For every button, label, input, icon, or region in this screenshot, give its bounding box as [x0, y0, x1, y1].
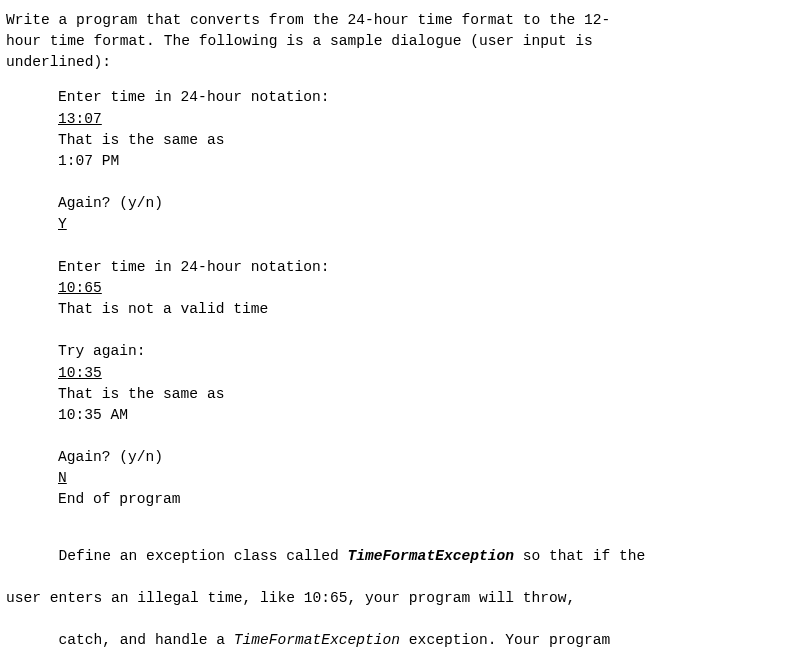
dialogue-user-input: Y [58, 214, 804, 235]
dialogue-blank-line [58, 172, 804, 193]
dialogue-line: Try again: [58, 341, 804, 362]
dialogue-blank-line [58, 426, 804, 447]
document-page: Write a program that converts from the 2… [0, 0, 810, 654]
dialogue-user-input: 10:35 [58, 363, 804, 384]
dialogue-blank-line [58, 320, 804, 341]
dialogue-blank-line [58, 236, 804, 257]
dialogue-line: That is not a valid time [58, 299, 804, 320]
exception-class-name-italic: TimeFormatException [234, 632, 400, 648]
dialogue-line: Again? (y/n) [58, 447, 804, 468]
outro-line-1: Define an exception class called TimeFor… [6, 525, 804, 588]
dialogue-line: That is the same as [58, 384, 804, 405]
dialogue-user-input: 13:07 [58, 109, 804, 130]
outro-paragraph: Define an exception class called TimeFor… [6, 525, 804, 654]
dialogue-line: Enter time in 24-hour notation: [58, 257, 804, 278]
dialogue-line: 1:07 PM [58, 151, 804, 172]
dialogue-line: Again? (y/n) [58, 193, 804, 214]
underlined-input: 10:35 [58, 365, 102, 381]
exception-class-name: TimeFormatException [348, 548, 514, 564]
dialogue-line: End of program [58, 489, 804, 510]
dialogue-line: 10:35 AM [58, 405, 804, 426]
dialogue-user-input: N [58, 468, 804, 489]
outro-line-2: user enters an illegal time, like 10:65,… [6, 588, 804, 609]
dialogue-line: Enter time in 24-hour notation: [58, 87, 804, 108]
outro-text: exception. Your program [400, 632, 610, 648]
intro-paragraph: Write a program that converts from the 2… [6, 10, 804, 73]
underlined-input: 10:65 [58, 280, 102, 296]
outro-text: Define an exception class called [59, 548, 348, 564]
underlined-input: N [58, 470, 67, 486]
outro-line-3: catch, and handle a TimeFormatException … [6, 609, 804, 654]
intro-line-1: Write a program that converts from the 2… [6, 10, 804, 31]
sample-dialogue-block: Enter time in 24-hour notation:13:07That… [58, 87, 804, 510]
dialogue-line: That is the same as [58, 130, 804, 151]
outro-text: so that if the [514, 548, 645, 564]
underlined-input: 13:07 [58, 111, 102, 127]
underlined-input: Y [58, 216, 67, 232]
dialogue-user-input: 10:65 [58, 278, 804, 299]
intro-line-3: underlined): [6, 52, 804, 73]
intro-line-2: hour time format. The following is a sam… [6, 31, 804, 52]
outro-text: catch, and handle a [59, 632, 234, 648]
